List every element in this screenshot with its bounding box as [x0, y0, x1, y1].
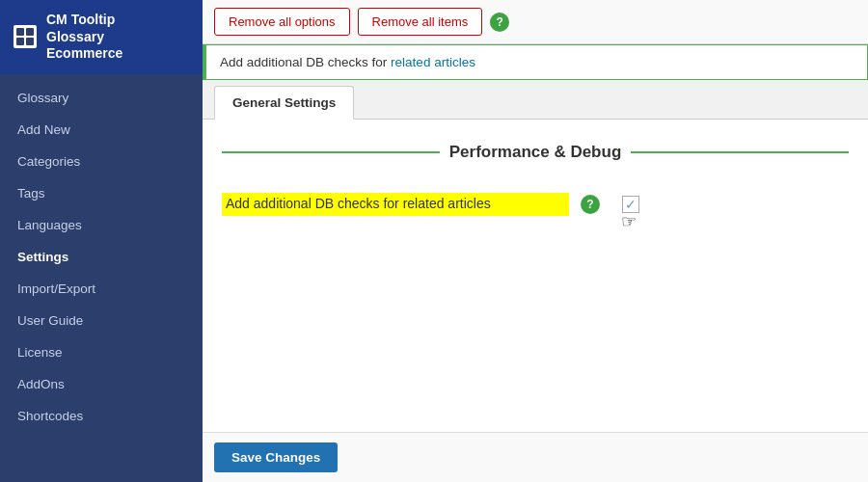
info-bar-text: Add additional DB checks for [220, 55, 391, 69]
sidebar-item-add-new[interactable]: Add New [0, 114, 203, 146]
heading-line-left [222, 151, 440, 153]
section-heading: Performance & Debug [222, 143, 849, 162]
sidebar-header: CM Tooltip Glossary Ecommerce [0, 0, 203, 74]
setting-checkbox-wrap[interactable]: ✓ ☞ [611, 196, 650, 213]
setting-help-icon[interactable]: ? [581, 195, 600, 214]
toolbar-help-icon[interactable]: ? [490, 13, 509, 32]
sidebar-item-shortcodes[interactable]: Shortcodes [0, 400, 203, 432]
setting-row: Add additional DB checks for related art… [222, 181, 849, 228]
tab-general-settings[interactable]: General Settings [214, 86, 354, 120]
sidebar-nav: Glossary Add New Categories Tags Languag… [0, 74, 203, 440]
sidebar-item-languages[interactable]: Languages [0, 209, 203, 241]
tab-section: General Settings [203, 80, 868, 120]
sidebar-item-license[interactable]: License [0, 336, 203, 368]
save-changes-button[interactable]: Save Changes [214, 442, 338, 472]
info-bar-link[interactable]: related articles [391, 55, 475, 69]
tabs: General Settings [203, 86, 868, 120]
heading-line-right [631, 151, 849, 153]
setting-label: Add additional DB checks for related art… [222, 193, 569, 216]
sidebar: CM Tooltip Glossary Ecommerce Glossary A… [0, 0, 203, 482]
content-area: Performance & Debug Add additional DB ch… [203, 120, 868, 432]
remove-options-button[interactable]: Remove all options [214, 8, 350, 36]
sidebar-logo [14, 25, 37, 48]
sidebar-item-settings[interactable]: Settings [0, 241, 203, 273]
cursor-hand-icon: ☞ [621, 213, 637, 230]
sidebar-item-import-export[interactable]: Import/Export [0, 273, 203, 305]
save-bar: Save Changes [203, 432, 868, 482]
remove-items-button[interactable]: Remove all items [358, 8, 483, 36]
sidebar-item-glossary[interactable]: Glossary [0, 82, 203, 114]
setting-checkbox[interactable]: ✓ [622, 196, 639, 213]
sidebar-item-tags[interactable]: Tags [0, 177, 203, 209]
section-heading-text: Performance & Debug [449, 143, 622, 162]
main-area: Remove all options Remove all items ? Ad… [203, 0, 868, 482]
sidebar-item-user-guide[interactable]: User Guide [0, 305, 203, 336]
toolbar: Remove all options Remove all items ? [203, 0, 868, 44]
sidebar-item-addons[interactable]: AddOns [0, 368, 203, 400]
info-bar: Add additional DB checks for related art… [203, 44, 868, 80]
sidebar-title: CM Tooltip Glossary Ecommerce [46, 12, 122, 63]
sidebar-item-categories[interactable]: Categories [0, 146, 203, 177]
